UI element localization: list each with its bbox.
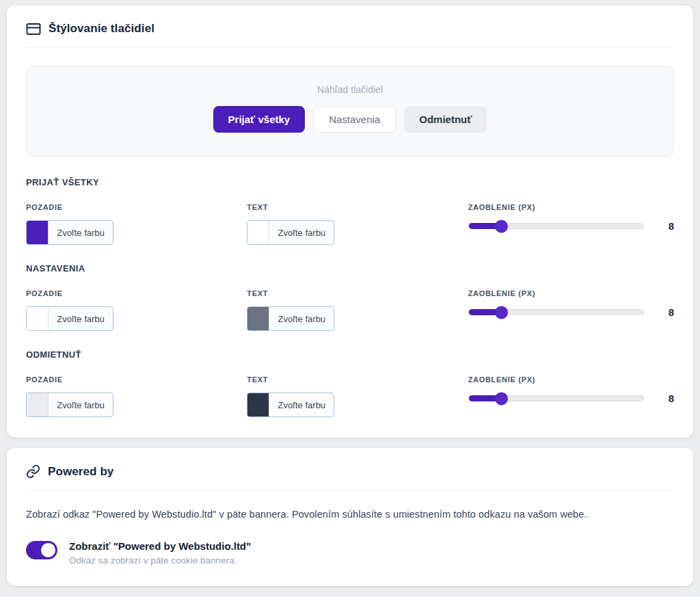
slider-thumb[interactable] xyxy=(495,220,508,233)
color-picker-label: Zvoľte farbu xyxy=(269,307,334,330)
color-picker-label: Zvoľte farbu xyxy=(269,393,334,416)
background-field: POZADIE Zvoľte farbu xyxy=(26,289,232,331)
section-title: PRIJAŤ VŠETKY xyxy=(26,177,674,187)
color-picker-label: Zvoľte farbu xyxy=(49,307,113,330)
background-field: POZADIE Zvoľte farbu xyxy=(26,375,232,417)
card-header: Powered by xyxy=(7,448,693,490)
toggle-knob xyxy=(41,543,55,557)
toggle-label: Zobraziť "Powered by Webstudio.ltd" xyxy=(69,540,251,552)
buttons-preview-box: Náhľad tlačidiel Prijať všetky Nastaveni… xyxy=(26,66,674,157)
radius-slider[interactable] xyxy=(468,223,644,229)
radius-slider[interactable] xyxy=(468,395,644,401)
radius-slider[interactable] xyxy=(468,309,644,315)
text-field: TEXT Zvoľte farbu xyxy=(247,375,453,417)
section-settings: NASTAVENIA POZADIE Zvoľte farbu TEXT Zvo… xyxy=(26,263,674,331)
background-color-picker[interactable]: Zvoľte farbu xyxy=(26,393,113,417)
radius-value: 8 xyxy=(644,306,674,318)
powered-by-card: Powered by Zobrazí odkaz "Powered by Web… xyxy=(7,448,693,586)
color-swatch xyxy=(247,221,269,244)
card-title: Štýlovanie tlačidiel xyxy=(49,22,154,36)
radius-value: 8 xyxy=(644,393,674,404)
preview-settings-button[interactable]: Nastavenia xyxy=(313,106,396,133)
toggle-sublabel: Odkaz sa zobrazí v päte cookie bannera. xyxy=(69,555,251,566)
preview-decline-button[interactable]: Odmietnuť xyxy=(404,106,487,133)
preview-label: Náhľad tlačidiel xyxy=(40,84,660,95)
text-color-picker[interactable]: Zvoľte farbu xyxy=(247,220,334,245)
radius-field: ZAOBLENIE (PX) 8 xyxy=(468,203,674,232)
text-color-picker[interactable]: Zvoľte farbu xyxy=(247,306,334,331)
text-label: TEXT xyxy=(247,203,453,211)
text-label: TEXT xyxy=(247,289,453,297)
color-picker-label: Zvoľte farbu xyxy=(49,393,113,416)
powered-by-toggle-row: Zobraziť "Powered by Webstudio.ltd" Odka… xyxy=(26,540,674,566)
radius-value: 8 xyxy=(644,220,674,232)
color-swatch xyxy=(247,393,269,416)
link-icon xyxy=(26,464,40,479)
color-picker-label: Zvoľte farbu xyxy=(49,221,113,244)
section-title: ODMIETNUŤ xyxy=(26,349,674,360)
button-card-icon xyxy=(26,23,41,36)
section-accept-all: PRIJAŤ VŠETKY POZADIE Zvoľte farbu TEXT … xyxy=(26,177,674,245)
button-styling-card: Štýlovanie tlačidiel Náhľad tlačidiel Pr… xyxy=(7,5,693,438)
section-decline: ODMIETNUŤ POZADIE Zvoľte farbu TEXT Zvoľ… xyxy=(26,349,674,417)
slider-thumb[interactable] xyxy=(495,306,508,319)
background-field: POZADIE Zvoľte farbu xyxy=(26,203,232,245)
radius-label: ZAOBLENIE (PX) xyxy=(468,375,674,384)
radius-field: ZAOBLENIE (PX) 8 xyxy=(468,289,674,318)
text-color-picker[interactable]: Zvoľte farbu xyxy=(247,393,334,417)
text-field: TEXT Zvoľte farbu xyxy=(247,203,453,245)
section-title: NASTAVENIA xyxy=(26,263,674,274)
toggle-labels: Zobraziť "Powered by Webstudio.ltd" Odka… xyxy=(69,540,251,566)
card-header: Štýlovanie tlačidiel xyxy=(7,5,693,47)
text-field: TEXT Zvoľte farbu xyxy=(247,289,453,331)
background-color-picker[interactable]: Zvoľte farbu xyxy=(26,220,113,245)
card-title: Powered by xyxy=(48,465,113,479)
color-swatch xyxy=(27,221,49,244)
preview-buttons: Prijať všetky Nastavenia Odmietnuť xyxy=(213,106,487,133)
color-swatch xyxy=(27,307,49,330)
radius-label: ZAOBLENIE (PX) xyxy=(468,203,674,211)
background-label: POZADIE xyxy=(26,375,232,384)
slider-thumb[interactable] xyxy=(495,392,508,405)
background-label: POZADIE xyxy=(26,289,232,297)
color-swatch xyxy=(247,307,269,330)
preview-accept-button[interactable]: Prijať všetky xyxy=(213,106,306,133)
text-label: TEXT xyxy=(247,375,453,384)
powered-by-toggle[interactable] xyxy=(26,541,57,559)
color-picker-label: Zvoľte farbu xyxy=(269,221,334,244)
background-label: POZADIE xyxy=(26,203,232,211)
powered-by-description: Zobrazí odkaz "Powered by Webstudio.ltd"… xyxy=(26,509,674,520)
background-color-picker[interactable]: Zvoľte farbu xyxy=(26,306,113,331)
color-swatch xyxy=(27,393,49,416)
radius-field: ZAOBLENIE (PX) 8 xyxy=(468,375,674,404)
radius-label: ZAOBLENIE (PX) xyxy=(468,289,674,297)
